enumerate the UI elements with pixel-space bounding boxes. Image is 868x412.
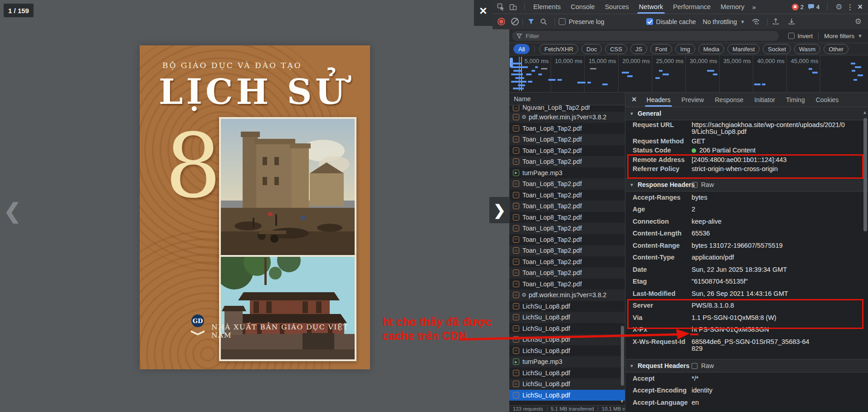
request-row[interactable]: ‹›Nguvan_Lop8_Tap2.pdf: [509, 105, 625, 112]
filter-funnel-icon[interactable]: [527, 18, 536, 26]
clear-icon[interactable]: [511, 18, 519, 25]
network-settings-gear-icon[interactable]: ⚙: [855, 18, 868, 25]
request-row[interactable]: ‹›Toan_Lop8_Tap2.pdf: [509, 234, 625, 245]
detail-tab-headers[interactable]: Headers: [641, 93, 676, 107]
export-har-icon[interactable]: [787, 18, 796, 26]
inspect-element-icon[interactable]: [496, 3, 505, 11]
more-filters-label[interactable]: More filters: [824, 33, 854, 39]
detail-tab-response[interactable]: Response: [709, 93, 749, 107]
timeline-activity-bar: [538, 74, 542, 75]
settings-gear-icon[interactable]: ⚙: [835, 3, 842, 11]
viewer-close-button[interactable]: ×: [474, 0, 493, 26]
filter-chip-wasm[interactable]: Wasm: [794, 44, 820, 54]
network-conditions-icon[interactable]: [751, 18, 761, 26]
request-row[interactable]: ‹›Toan_Lop8_Tap2.pdf: [509, 212, 625, 223]
request-row[interactable]: ‹›Toan_Lop8_Tap2.pdf: [509, 256, 625, 268]
tab-console[interactable]: Console: [566, 0, 600, 14]
filter-chip-all[interactable]: All: [513, 44, 530, 54]
device-toolbar-icon[interactable]: [508, 3, 517, 11]
filter-chip-fetch-xhr[interactable]: Fetch/XHR: [539, 44, 578, 54]
collapse-triangle-icon[interactable]: ▼: [629, 182, 634, 187]
request-row[interactable]: ‹›LichSu_Lop8.pdf: [509, 368, 625, 379]
request-row[interactable]: ‹›Toan_Lop8_Tap2.pdf: [509, 201, 625, 212]
request-row[interactable]: ‹›Toan_Lop8_Tap2.pdf: [509, 156, 625, 167]
request-row[interactable]: ‹›⚙pdf.worker.min.js?ver=3.8.2: [509, 112, 625, 123]
request-row[interactable]: ‹›Toan_Lop8_Tap2.pdf: [509, 279, 625, 290]
devtools-close-icon[interactable]: ×: [858, 2, 863, 12]
detail-tab-initiator[interactable]: Initiator: [749, 93, 780, 107]
filter-chip-font[interactable]: Font: [650, 44, 672, 54]
search-icon[interactable]: [539, 18, 548, 26]
tab-performance[interactable]: Performance: [668, 0, 716, 14]
detail-tab-preview[interactable]: Preview: [676, 93, 709, 107]
request-name: LichSu_Lop8.pdf: [522, 369, 570, 377]
request-row[interactable]: ‹›LichSu_Lop8.pdf: [509, 378, 625, 390]
tab-network[interactable]: Network: [634, 0, 668, 14]
header-name: Age: [633, 206, 692, 213]
request-row[interactable]: ▶turnPage.mp3: [509, 167, 625, 179]
tab-elements[interactable]: Elements: [528, 0, 566, 14]
header-row: Accept*/*: [625, 373, 868, 385]
raw-checkbox[interactable]: [692, 182, 697, 188]
error-badge[interactable]: ✖ 2: [792, 4, 804, 10]
request-row[interactable]: ‹›LichSu_Lop8.pdf: [509, 312, 625, 323]
throttling-dropdown[interactable]: No throttling ▼: [703, 18, 745, 25]
section-header[interactable]: ▼Response HeadersRaw: [625, 178, 868, 191]
request-name: Toan_Lop8_Tap2.pdf: [522, 136, 582, 143]
tab-sources[interactable]: Sources: [600, 0, 634, 14]
kebab-menu-icon[interactable]: ⋮: [846, 3, 853, 11]
detail-close-icon[interactable]: ×: [632, 95, 637, 104]
request-row[interactable]: ▶turnPage.mp3: [509, 356, 625, 368]
request-row[interactable]: ‹›Toan_Lop8_Tap2.pdf: [509, 178, 625, 190]
request-row[interactable]: ‹›Toan_Lop8_Tap2.pdf: [509, 223, 625, 234]
detail-scrollbar-thumb[interactable]: [863, 118, 867, 231]
tab-memory[interactable]: Memory: [716, 0, 749, 14]
filter-chip-socket[interactable]: Socket: [763, 44, 791, 54]
collapse-triangle-icon[interactable]: ▼: [629, 363, 634, 368]
filter-chip-js[interactable]: JS: [630, 44, 647, 54]
record-button[interactable]: [497, 18, 505, 25]
name-column-header[interactable]: Name: [509, 93, 625, 105]
request-row[interactable]: ‹›Toan_Lop8_Tap2.pdf: [509, 190, 625, 201]
request-row[interactable]: ‹›⚙pdf.worker.min.js?ver=3.8.2: [509, 289, 625, 301]
request-row[interactable]: ‹›Toan_Lop8_Tap2.pdf: [509, 245, 625, 256]
filter-chip-other[interactable]: Other: [824, 44, 848, 54]
preserve-log-toggle[interactable]: Preserve log: [559, 18, 605, 25]
request-row[interactable]: ‹›Toan_Lop8_Tap2.pdf: [509, 134, 625, 145]
raw-toggle[interactable]: Raw: [692, 181, 714, 188]
request-row[interactable]: ‹›Toan_Lop8_Tap2.pdf: [509, 145, 625, 157]
raw-checkbox[interactable]: [692, 363, 697, 369]
message-badge[interactable]: 4: [808, 4, 819, 10]
request-row[interactable]: ‹›LichSu_Lop8.pdf: [509, 390, 625, 401]
more-tabs-icon[interactable]: »: [752, 3, 756, 11]
request-rows: ‹›Nguvan_Lop8_Tap2.pdf‹›⚙pdf.worker.min.…: [509, 105, 625, 405]
disable-cache-toggle[interactable]: Disable cache: [646, 18, 696, 25]
detail-tab-cookies[interactable]: Cookies: [810, 93, 844, 107]
filter-chip-media[interactable]: Media: [698, 44, 724, 54]
error-icon: ✖: [792, 4, 799, 10]
request-row[interactable]: ‹›Toan_Lop8_Tap2.pdf: [509, 267, 625, 279]
filter-chip-manifest[interactable]: Manifest: [727, 44, 760, 54]
invert-checkbox[interactable]: [788, 33, 795, 39]
section-header[interactable]: ▼Request HeadersRaw: [625, 359, 868, 373]
request-row[interactable]: ‹›LichSu_Lop8.pdf: [509, 301, 625, 312]
network-overview-timeline[interactable]: 5,000 ms10,000 ms15,000 ms20,000 ms25,00…: [509, 55, 868, 93]
request-row[interactable]: ‹›Toan_Lop8_Tap2.pdf: [509, 123, 625, 134]
scroll-up-icon[interactable]: ▲: [863, 110, 867, 115]
import-har-icon[interactable]: [771, 18, 780, 26]
section-header[interactable]: ▼General: [625, 107, 868, 120]
detail-tab-timing[interactable]: Timing: [780, 93, 810, 107]
scroll-down-icon[interactable]: ▼: [619, 398, 625, 404]
screenshot-stage: 1 / 159 BỘ GIÁO DỤC VÀ ĐÀO TẠO LỊCH SỬ 8: [0, 0, 868, 412]
next-page-button[interactable]: ❯: [489, 197, 510, 223]
raw-toggle[interactable]: Raw: [692, 362, 714, 369]
document-file-icon: ‹›: [513, 247, 519, 254]
filter-input[interactable]: Filter: [512, 31, 779, 41]
filter-chip-doc[interactable]: Doc: [581, 44, 602, 54]
filter-chip-css[interactable]: CSS: [605, 44, 627, 54]
preserve-log-checkbox[interactable]: [559, 18, 566, 25]
disable-cache-checkbox[interactable]: [646, 18, 653, 25]
collapse-triangle-icon[interactable]: ▼: [629, 111, 634, 116]
prev-page-chevron-icon[interactable]: ❮: [4, 201, 21, 221]
filter-chip-img[interactable]: Img: [675, 44, 695, 54]
